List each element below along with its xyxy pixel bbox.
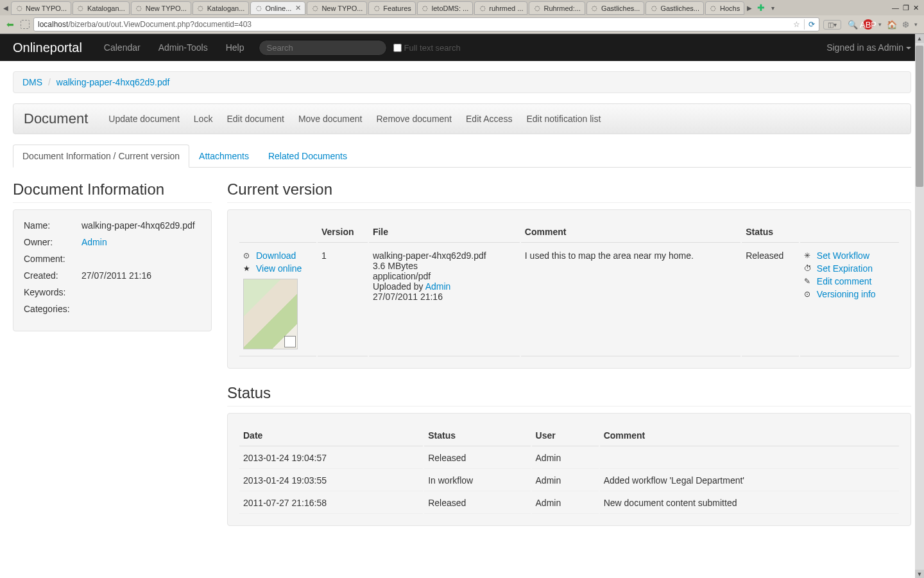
browser-tab[interactable]: ◌Katalogan... bbox=[193, 1, 250, 15]
nav-calendar[interactable]: Calendar bbox=[95, 42, 150, 53]
browser-tab[interactable]: ◌Features bbox=[368, 1, 415, 15]
fulltext-toggle[interactable]: Full text search bbox=[393, 43, 461, 53]
fulltext-checkbox[interactable] bbox=[393, 44, 402, 52]
tab-scroll-right-icon[interactable]: ▶ bbox=[745, 4, 754, 12]
tab-close-icon[interactable]: ✕ bbox=[295, 4, 301, 12]
tab-related[interactable]: Related Documents bbox=[259, 144, 357, 168]
tab-doc-info[interactable]: Document Information / Current version bbox=[13, 144, 189, 168]
version-status: Released bbox=[742, 244, 799, 356]
minimize-icon[interactable]: — bbox=[892, 4, 899, 12]
browser-tab[interactable]: ◌New TYPO... bbox=[307, 1, 367, 15]
breadcrumb-root[interactable]: DMS bbox=[22, 77, 42, 87]
scroll-down-icon[interactable]: ▼ bbox=[915, 570, 924, 578]
view-online-link[interactable]: ★View online bbox=[243, 263, 312, 274]
col-status: Status bbox=[742, 222, 799, 243]
browser-tab[interactable]: ◌Gastliches... bbox=[646, 1, 704, 15]
file-mime: application/pdf bbox=[373, 271, 516, 281]
browser-tabs: ◌New TYPO...◌Katalogan...◌New TYPO...◌Ka… bbox=[10, 1, 745, 15]
breadcrumb: DMS / walking-paper-4hxq62d9.pdf bbox=[13, 71, 911, 93]
extension-icon[interactable]: ❆ bbox=[902, 20, 909, 30]
maximize-icon[interactable]: ❐ bbox=[903, 4, 909, 12]
back-button[interactable]: ⬅ bbox=[4, 19, 17, 30]
page-viewport: Onlineportal Calendar Admin-Tools Help F… bbox=[0, 34, 924, 578]
abp-dropdown-icon[interactable]: ▾ bbox=[878, 21, 882, 28]
status-col-comment: Comment bbox=[600, 425, 899, 446]
nav-help[interactable]: Help bbox=[217, 42, 253, 53]
site-identity-icon[interactable]: ◫▾ bbox=[823, 20, 841, 30]
inspect-icon[interactable]: 🔍 bbox=[848, 20, 858, 30]
current-version-panel: Version File Comment Status ⊙Download ★V… bbox=[227, 209, 911, 369]
tab-label: Gastliches... bbox=[601, 4, 640, 12]
lock-link[interactable]: Lock bbox=[194, 114, 213, 124]
tab-menu-icon[interactable]: ▾ bbox=[768, 4, 777, 12]
adblock-icon[interactable]: ABP bbox=[863, 19, 873, 30]
url-host: localhost bbox=[38, 20, 68, 29]
toolbar-title: Document bbox=[24, 110, 88, 127]
edit-access-link[interactable]: Edit Access bbox=[466, 114, 512, 124]
browser-tab[interactable]: ◌letoDMS: ... bbox=[417, 1, 473, 15]
toolbar-icons: 🔍 ABP ▾ 🏠 ❆ ▾ bbox=[845, 19, 920, 30]
status-panel: Date Status User Comment 2013-01-24 19:0… bbox=[227, 413, 911, 526]
set-workflow-link[interactable]: ✳Set Workflow bbox=[804, 250, 895, 261]
browser-tab[interactable]: ◌Hochs bbox=[705, 1, 744, 15]
uploaded-by-label: Uploaded by bbox=[373, 281, 425, 292]
set-expiration-link[interactable]: ⏱Set Expiration bbox=[804, 263, 895, 274]
status-cell-status: Released bbox=[424, 448, 530, 469]
document-thumbnail[interactable] bbox=[243, 279, 298, 349]
ext-dropdown-icon[interactable]: ▾ bbox=[914, 21, 918, 28]
status-col-status: Status bbox=[424, 425, 530, 446]
download-link[interactable]: ⊙Download bbox=[243, 250, 312, 261]
tab-favicon-icon: ◌ bbox=[710, 4, 717, 12]
browser-tab[interactable]: ◌Gastliches... bbox=[586, 1, 645, 15]
tab-attachments[interactable]: Attachments bbox=[189, 144, 259, 168]
browser-tab[interactable]: ◌New TYPO... bbox=[11, 1, 71, 15]
scroll-thumb[interactable] bbox=[916, 46, 923, 187]
browser-tab[interactable]: ◌ruhrmed ... bbox=[474, 1, 527, 15]
url-bar: ⬅ localhost/bizerba/out/out.ViewDocument… bbox=[0, 15, 924, 33]
tab-scroll-left-icon[interactable]: ◀ bbox=[1, 4, 10, 12]
value-comment bbox=[81, 254, 201, 264]
edit-document-link[interactable]: Edit document bbox=[227, 114, 284, 124]
uploaded-by-user[interactable]: Admin bbox=[425, 281, 451, 292]
value-owner[interactable]: Admin bbox=[81, 237, 107, 247]
tab-label: letoDMS: ... bbox=[432, 4, 468, 12]
status-cell-comment bbox=[600, 448, 899, 469]
search-input[interactable] bbox=[259, 40, 387, 56]
status-cell-user: Admin bbox=[532, 470, 599, 491]
status-cell-date: 2011-07-27 21:16:58 bbox=[239, 493, 423, 514]
fulltext-label: Full text search bbox=[404, 43, 461, 53]
edit-notification-link[interactable]: Edit notification list bbox=[526, 114, 601, 124]
bookmark-icon[interactable]: ☆ bbox=[793, 20, 800, 29]
move-document-link[interactable]: Move document bbox=[298, 114, 363, 124]
brand[interactable]: Onlineportal bbox=[13, 40, 82, 55]
tab-favicon-icon: ◌ bbox=[311, 4, 319, 12]
url-field[interactable]: localhost/bizerba/out/out.ViewDocument.p… bbox=[33, 17, 819, 31]
versioning-info-link[interactable]: ⊙Versioning info bbox=[804, 289, 895, 299]
update-document-link[interactable]: Update document bbox=[108, 114, 180, 124]
browser-tab[interactable]: ◌Online...✕ bbox=[250, 1, 305, 15]
label-owner: Owner: bbox=[24, 237, 81, 247]
window-controls: — ❐ ✕ bbox=[892, 4, 923, 12]
user-menu[interactable]: Signed in as Admin bbox=[826, 42, 911, 53]
label-categories: Categories: bbox=[24, 304, 81, 314]
browser-tab[interactable]: ◌Ruhrmed:... bbox=[529, 1, 585, 15]
new-tab-button[interactable]: ✚ bbox=[754, 3, 768, 13]
browser-tab[interactable]: ◌Katalogan... bbox=[73, 1, 130, 15]
home-icon[interactable]: 🏠 bbox=[887, 20, 897, 30]
remove-document-link[interactable]: Remove document bbox=[377, 114, 452, 124]
edit-comment-link[interactable]: ✎Edit comment bbox=[804, 276, 895, 286]
tab-label: New TYPO... bbox=[26, 4, 67, 12]
status-cell-status: In workflow bbox=[424, 470, 530, 491]
edit-icon: ✎ bbox=[804, 277, 813, 286]
reload-icon[interactable]: ⟳ bbox=[809, 20, 815, 29]
status-cell-comment: New document content submitted bbox=[600, 493, 899, 514]
browser-tab[interactable]: ◌New TYPO... bbox=[131, 1, 191, 15]
tab-label: Katalogan... bbox=[87, 4, 125, 12]
breadcrumb-current[interactable]: walking-paper-4hxq62d9.pdf bbox=[56, 77, 170, 87]
stop-reload-icon[interactable] bbox=[21, 20, 30, 29]
nav-admin-tools[interactable]: Admin-Tools bbox=[150, 42, 217, 53]
scroll-up-icon[interactable]: ▲ bbox=[915, 34, 924, 43]
col-comment: Comment bbox=[521, 222, 740, 243]
vertical-scrollbar[interactable]: ▲ ▼ bbox=[915, 34, 924, 578]
close-icon[interactable]: ✕ bbox=[913, 4, 919, 12]
